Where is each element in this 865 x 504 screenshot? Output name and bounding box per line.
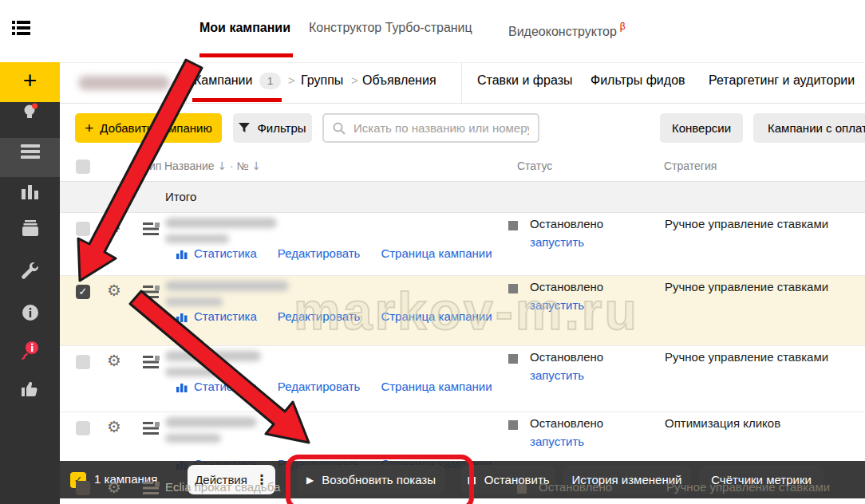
divider — [186, 62, 187, 103]
campaign-name-blurred[interactable] — [165, 417, 257, 427]
stats-chart-icon — [176, 381, 188, 392]
strategy-label: Ручное управление ставками — [665, 280, 828, 293]
gear-icon[interactable]: ⚙ — [107, 419, 121, 435]
metrica-counters-button[interactable]: Счётчики метрики — [699, 465, 824, 494]
stop-button[interactable]: ■ Остановить — [461, 465, 555, 494]
column-status[interactable]: Статус — [517, 159, 552, 172]
campaign-id-blurred — [165, 234, 229, 243]
gear-icon[interactable]: ⚙ — [107, 352, 121, 368]
breadcrumb-ads[interactable]: Объявления — [362, 73, 436, 88]
search-input[interactable] — [352, 120, 531, 136]
documents-icon[interactable] — [0, 220, 60, 239]
feedback-icon[interactable] — [0, 381, 60, 400]
stopped-square-icon — [508, 354, 518, 364]
strategy-label: Ручное управление ставками — [665, 350, 828, 364]
edit-link[interactable]: Редактировать — [278, 246, 361, 260]
stopped-square-icon — [508, 420, 518, 430]
left-sidebar: + — [0, 62, 60, 504]
chevron-down-icon[interactable] — [174, 80, 185, 87]
info-icon[interactable] — [0, 304, 60, 325]
campaign-type-icon — [143, 222, 160, 235]
filters-button[interactable]: Фильтры — [233, 113, 312, 143]
edit-link[interactable]: Редактировать — [278, 380, 361, 393]
start-link[interactable]: запустить — [530, 235, 584, 249]
divider — [461, 62, 462, 103]
tab-feed-filters[interactable]: Фильтры фидов — [590, 73, 685, 88]
start-link[interactable]: запустить — [530, 298, 584, 312]
strategy-label: Оптимизация кликов — [665, 416, 780, 430]
strategy-label: Ручное управление ставками — [665, 217, 828, 230]
selection-count: 1 кампания — [94, 472, 157, 486]
tools-icon[interactable] — [0, 262, 60, 284]
stopped-square-icon — [508, 221, 518, 230]
tab-turbo-pages[interactable]: Конструктор Турбо-страниц — [309, 21, 472, 35]
tab-my-campaigns[interactable]: Мои кампании — [199, 21, 290, 35]
campaign-page-link[interactable]: Страница кампании — [381, 246, 492, 260]
breadcrumb-separator: > — [288, 73, 295, 87]
campaign-name-blurred[interactable] — [165, 218, 277, 228]
account-selector-blurred[interactable] — [78, 76, 170, 90]
resume-impressions-button[interactable]: ▶ Возобновить показы — [297, 465, 445, 494]
beta-badge: β — [620, 21, 626, 32]
search-icon — [333, 122, 346, 135]
divider — [60, 103, 865, 104]
row-links: Статистика Редактировать Страница кампан… — [176, 309, 492, 323]
edit-link[interactable]: Редактировать — [278, 309, 361, 323]
row-checkbox-checked[interactable]: ✓ — [76, 285, 90, 299]
news-icon[interactable] — [0, 340, 60, 364]
campaign-name-blurred[interactable] — [165, 281, 289, 291]
active-tab-underline — [199, 53, 293, 57]
statistics-icon[interactable] — [0, 183, 60, 203]
statistics-link[interactable]: Статистика — [194, 380, 257, 393]
play-icon: ▶ — [306, 474, 314, 486]
row-checkbox[interactable] — [76, 222, 90, 236]
add-campaign-button[interactable]: + Добавить кампанию — [75, 113, 222, 143]
row-checkbox[interactable] — [76, 421, 90, 435]
start-link[interactable]: запустить — [530, 435, 584, 448]
tab-bids-phrases[interactable]: Ставки и фразы — [477, 73, 572, 88]
breadcrumb-campaigns[interactable]: Кампании — [194, 73, 253, 88]
column-type[interactable]: Тип — [143, 159, 161, 172]
tab-video-constructor[interactable]: Видеоконструкторβ — [508, 21, 626, 39]
campaign-name-blurred[interactable] — [165, 351, 261, 361]
active-breadcrumb-underline — [192, 98, 282, 102]
table-row: ⚙ Статистика Редактировать Страница камп… — [60, 213, 865, 276]
plus-icon: + — [85, 120, 93, 137]
total-label: Итого — [165, 190, 196, 203]
tab-retargeting[interactable]: Ретаргетинг и аудитории — [709, 73, 865, 88]
campaigns-list-icon[interactable] — [0, 144, 60, 163]
table-row-selected: ✓ ⚙ Статистика Редактировать Страница ка… — [60, 276, 865, 346]
breadcrumb-groups[interactable]: Группы — [301, 73, 343, 88]
start-link[interactable]: запустить — [530, 368, 584, 382]
campaign-id-blurred — [165, 368, 226, 376]
row-checkbox[interactable] — [76, 355, 90, 369]
breadcrumb-separator: > — [351, 73, 358, 87]
campaign-type-icon — [143, 356, 160, 368]
sort-down-icon[interactable]: ↓ — [217, 159, 227, 172]
change-history-button[interactable]: История изменений — [563, 465, 691, 494]
select-all-checkbox[interactable] — [76, 159, 90, 174]
column-name[interactable]: Название ↓ · № ↓ — [164, 159, 261, 172]
campaign-page-link[interactable]: Страница кампании — [381, 309, 492, 323]
campaign-page-link[interactable]: Страница кампании — [381, 380, 492, 393]
actions-button[interactable]: Действия ⋮ — [188, 465, 275, 494]
main-menu-icon[interactable] — [12, 21, 36, 40]
campaign-type-icon — [143, 285, 160, 298]
gear-icon[interactable]: ⚙ — [107, 219, 121, 235]
funnel-icon — [239, 123, 250, 133]
column-strategy[interactable]: Стратегия — [664, 159, 717, 172]
add-campaign-sidebar-button[interactable]: + — [0, 62, 60, 102]
sort-down-icon[interactable]: ↓ — [252, 159, 262, 172]
statistics-link[interactable]: Статистика — [194, 309, 257, 323]
top-header: Мои кампании Конструктор Турбо-страниц В… — [0, 0, 865, 63]
ideas-icon[interactable] — [0, 103, 60, 124]
campaign-id-blurred — [165, 434, 221, 443]
selection-checkbox-checked[interactable]: ✓ — [70, 472, 86, 488]
kebab-menu-icon[interactable]: ⋮ — [255, 472, 268, 487]
statistics-link[interactable]: Статистика — [194, 246, 257, 260]
gear-icon[interactable]: ⚙ — [107, 282, 121, 298]
conversions-button[interactable]: Конверсии — [660, 113, 743, 143]
stopped-square-icon — [508, 284, 518, 293]
paid-campaigns-button[interactable]: Кампании с оплато — [753, 113, 865, 143]
stats-chart-icon — [176, 248, 188, 259]
